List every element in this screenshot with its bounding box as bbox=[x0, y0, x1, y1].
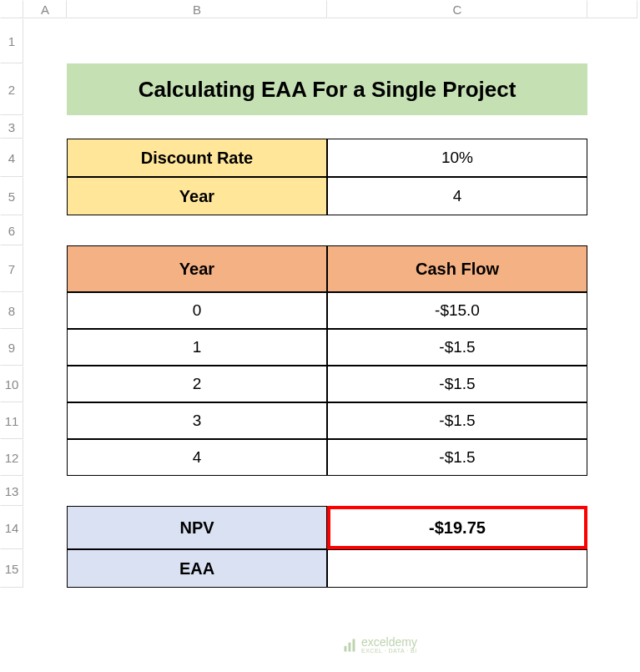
row-header-1[interactable]: 1 bbox=[0, 18, 23, 63]
cell-b13[interactable] bbox=[67, 476, 327, 506]
cell-a9[interactable] bbox=[23, 329, 67, 366]
watermark-sub: EXCEL · DATA · BI bbox=[361, 648, 417, 654]
table-row[interactable]: -$1.5 bbox=[327, 402, 587, 439]
row-header-10[interactable]: 10 bbox=[0, 366, 23, 402]
watermark: exceldemy EXCEL · DATA · BI bbox=[342, 636, 417, 654]
row-header-8[interactable]: 8 bbox=[0, 292, 23, 329]
row-header-3[interactable]: 3 bbox=[0, 115, 23, 139]
cell-d1[interactable] bbox=[587, 18, 637, 63]
cell-b3[interactable] bbox=[67, 115, 327, 139]
cell-a13[interactable] bbox=[23, 476, 67, 506]
discount-rate-label[interactable]: Discount Rate bbox=[67, 139, 327, 177]
cell-d3[interactable] bbox=[587, 115, 637, 139]
row-header-6[interactable]: 6 bbox=[0, 215, 23, 245]
table-row[interactable]: 0 bbox=[67, 292, 327, 329]
cell-d8[interactable] bbox=[587, 292, 637, 329]
cell-a7[interactable] bbox=[23, 245, 67, 292]
table-header-year[interactable]: Year bbox=[67, 245, 327, 292]
cell-a8[interactable] bbox=[23, 292, 67, 329]
discount-rate-value[interactable]: 10% bbox=[327, 139, 587, 177]
row-header-5[interactable]: 5 bbox=[0, 177, 23, 215]
col-header-blank[interactable] bbox=[587, 0, 637, 18]
table-row[interactable]: 3 bbox=[67, 402, 327, 439]
year-param-value[interactable]: 4 bbox=[327, 177, 587, 215]
title-cell[interactable]: Calculating EAA For a Single Project bbox=[67, 63, 587, 115]
cell-d13[interactable] bbox=[587, 476, 637, 506]
cell-d10[interactable] bbox=[587, 366, 637, 402]
svg-rect-0 bbox=[345, 645, 347, 651]
eaa-value[interactable] bbox=[327, 549, 587, 588]
cell-d12[interactable] bbox=[587, 439, 637, 476]
cell-d5[interactable] bbox=[587, 177, 637, 215]
cell-d4[interactable] bbox=[587, 139, 637, 177]
cell-a11[interactable] bbox=[23, 402, 67, 439]
row-header-12[interactable]: 12 bbox=[0, 439, 23, 476]
table-row[interactable]: 1 bbox=[67, 329, 327, 366]
cell-c1[interactable] bbox=[327, 18, 587, 63]
watermark-main: exceldemy bbox=[361, 636, 417, 648]
row-header-7[interactable]: 7 bbox=[0, 245, 23, 292]
col-header-c[interactable]: C bbox=[327, 0, 587, 18]
year-param-label[interactable]: Year bbox=[67, 177, 327, 215]
cell-a10[interactable] bbox=[23, 366, 67, 402]
cell-c3[interactable] bbox=[327, 115, 587, 139]
cell-a1[interactable] bbox=[23, 18, 67, 63]
row-header-14[interactable]: 14 bbox=[0, 506, 23, 549]
cell-b6[interactable] bbox=[67, 215, 327, 245]
cell-d9[interactable] bbox=[587, 329, 637, 366]
cell-c6[interactable] bbox=[327, 215, 587, 245]
chart-icon bbox=[342, 637, 359, 654]
cell-b1[interactable] bbox=[67, 18, 327, 63]
cell-d15[interactable] bbox=[587, 549, 637, 588]
row-header-2[interactable]: 2 bbox=[0, 63, 23, 115]
spreadsheet-grid: A B C 1 2 Calculating EAA For a Single P… bbox=[0, 0, 640, 588]
cell-a15[interactable] bbox=[23, 549, 67, 588]
svg-rect-2 bbox=[353, 639, 355, 651]
cell-d11[interactable] bbox=[587, 402, 637, 439]
table-row[interactable]: 2 bbox=[67, 366, 327, 402]
table-header-cashflow[interactable]: Cash Flow bbox=[327, 245, 587, 292]
row-header-11[interactable]: 11 bbox=[0, 402, 23, 439]
cell-a4[interactable] bbox=[23, 139, 67, 177]
table-row[interactable]: -$15.0 bbox=[327, 292, 587, 329]
cell-d6[interactable] bbox=[587, 215, 637, 245]
cell-d7[interactable] bbox=[587, 245, 637, 292]
cell-a2[interactable] bbox=[23, 63, 67, 115]
cell-a14[interactable] bbox=[23, 506, 67, 549]
npv-label[interactable]: NPV bbox=[67, 506, 327, 549]
cell-d14[interactable] bbox=[587, 506, 637, 549]
col-header-b[interactable]: B bbox=[67, 0, 327, 18]
row-header-9[interactable]: 9 bbox=[0, 329, 23, 366]
cell-a12[interactable] bbox=[23, 439, 67, 476]
row-header-15[interactable]: 15 bbox=[0, 549, 23, 588]
row-header-4[interactable]: 4 bbox=[0, 139, 23, 177]
npv-value[interactable]: -$19.75 bbox=[327, 506, 587, 549]
table-row[interactable]: -$1.5 bbox=[327, 439, 587, 476]
eaa-label[interactable]: EAA bbox=[67, 549, 327, 588]
table-row[interactable]: 4 bbox=[67, 439, 327, 476]
cell-c13[interactable] bbox=[327, 476, 587, 506]
cell-a3[interactable] bbox=[23, 115, 67, 139]
table-row[interactable]: -$1.5 bbox=[327, 366, 587, 402]
cell-a5[interactable] bbox=[23, 177, 67, 215]
col-header-a[interactable]: A bbox=[23, 0, 67, 18]
select-all-corner[interactable] bbox=[0, 0, 23, 18]
cell-d2[interactable] bbox=[587, 63, 637, 115]
table-row[interactable]: -$1.5 bbox=[327, 329, 587, 366]
row-header-13[interactable]: 13 bbox=[0, 476, 23, 506]
cell-a6[interactable] bbox=[23, 215, 67, 245]
svg-rect-1 bbox=[349, 642, 351, 651]
